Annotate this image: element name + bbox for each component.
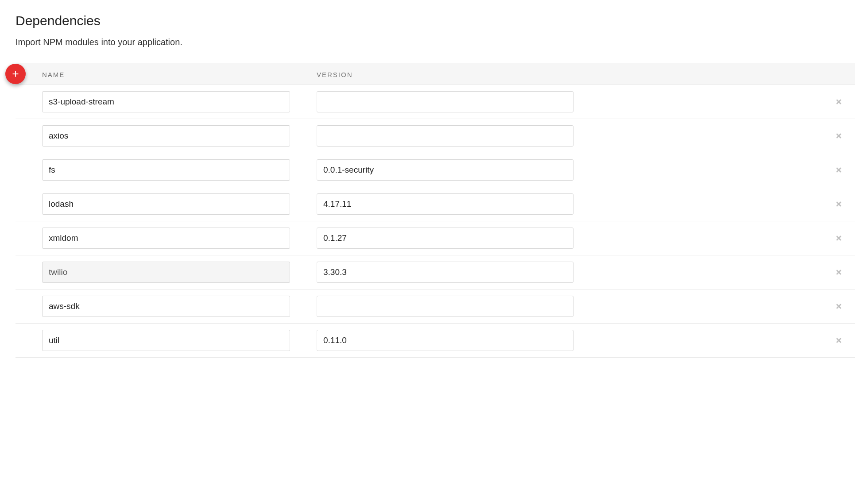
table-row: [16, 85, 855, 119]
close-icon: [835, 337, 842, 344]
version-cell: [290, 330, 574, 351]
close-icon: [835, 98, 842, 105]
close-icon: [835, 269, 842, 276]
close-icon: [835, 201, 842, 208]
column-header-version: VERSION: [290, 71, 574, 78]
table-row: [16, 324, 855, 358]
dependency-version-input[interactable]: [317, 296, 574, 317]
name-cell: [16, 159, 290, 181]
column-header-name: NAME: [16, 71, 290, 78]
name-cell: [16, 193, 290, 215]
delete-dependency-button[interactable]: [832, 231, 846, 245]
version-cell: [290, 296, 574, 317]
dependency-name-input[interactable]: [42, 296, 290, 317]
table-row: [16, 255, 855, 289]
close-icon: [835, 303, 842, 310]
table-header-row: NAME VERSION: [16, 63, 855, 85]
delete-dependency-button[interactable]: [832, 163, 846, 177]
dependency-version-input[interactable]: [317, 91, 574, 112]
version-cell: [290, 91, 574, 112]
dependency-name-input[interactable]: [42, 159, 290, 181]
delete-dependency-button[interactable]: [832, 197, 846, 211]
table-row: [16, 119, 855, 153]
dependency-version-input[interactable]: [317, 262, 574, 283]
version-cell: [290, 228, 574, 249]
name-cell: [16, 262, 290, 283]
close-icon: [835, 132, 842, 139]
close-icon: [835, 235, 842, 242]
dependency-version-input[interactable]: [317, 330, 574, 351]
dependency-name-input[interactable]: [42, 228, 290, 249]
dependency-version-input[interactable]: [317, 125, 574, 147]
table-row: [16, 221, 855, 255]
plus-icon: [11, 69, 20, 79]
version-cell: [290, 262, 574, 283]
delete-dependency-button[interactable]: [832, 129, 846, 143]
dependency-version-input[interactable]: [317, 228, 574, 249]
dependency-name-input[interactable]: [42, 125, 290, 147]
version-cell: [290, 125, 574, 147]
version-cell: [290, 159, 574, 181]
dependencies-table: NAME VERSION: [16, 63, 855, 358]
add-dependency-button[interactable]: [5, 64, 26, 84]
table-row: [16, 187, 855, 221]
name-cell: [16, 228, 290, 249]
name-cell: [16, 91, 290, 112]
dependency-name-input[interactable]: [42, 330, 290, 351]
name-cell: [16, 330, 290, 351]
table-row: [16, 289, 855, 324]
section-description: Import NPM modules into your application…: [16, 37, 855, 47]
table-row: [16, 153, 855, 187]
close-icon: [835, 166, 842, 174]
dependency-version-input[interactable]: [317, 159, 574, 181]
delete-dependency-button[interactable]: [832, 95, 846, 109]
dependency-name-input[interactable]: [42, 193, 290, 215]
dependency-version-input[interactable]: [317, 193, 574, 215]
section-title: Dependencies: [16, 13, 855, 28]
dependency-name-input[interactable]: [42, 91, 290, 112]
dependency-name-input[interactable]: [42, 262, 290, 283]
delete-dependency-button[interactable]: [832, 333, 846, 347]
name-cell: [16, 125, 290, 147]
version-cell: [290, 193, 574, 215]
name-cell: [16, 296, 290, 317]
delete-dependency-button[interactable]: [832, 265, 846, 279]
delete-dependency-button[interactable]: [832, 299, 846, 313]
